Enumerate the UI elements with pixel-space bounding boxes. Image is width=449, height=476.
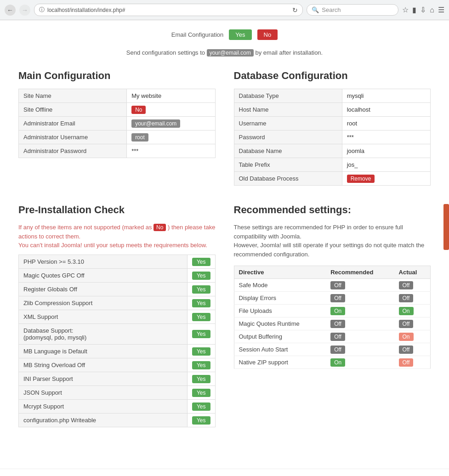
site-name-label: Site Name [19,89,127,103]
off-badge: Off [399,320,414,328]
search-icon: 🔍 [312,6,319,13]
site-offline-label: Site Offline [19,103,127,117]
db-type-value: mysqli [342,89,430,103]
check-label: PHP Version >= 5.3.10 [19,255,188,268]
table-row: Zlib Compression Support Yes [19,296,216,310]
actual-value: On [394,305,431,317]
check-status: Yes [187,296,215,310]
refresh-button[interactable]: ↻ [292,6,298,14]
actual-value: Off [394,317,431,330]
site-offline-badge: No [131,106,146,114]
table-row: JSON Support Yes [19,385,216,399]
directive-label: Session Auto Start [234,343,326,356]
on-badge: On [399,307,414,315]
recommended-value: On [326,356,394,369]
bottom-nav: ← Previous → Install [0,469,449,476]
check-status: Yes [187,399,215,413]
table-row: Old Database Process Remove [234,172,431,186]
table-row: Display Errors Off Off [234,292,431,305]
admin-username-label: Administrator Username [19,130,127,144]
check-status: Yes [187,255,215,268]
yes-badge: Yes [192,416,210,425]
table-row: Administrator Email your@email.com [19,117,216,130]
table-row: Output Buffering Off On [234,330,431,343]
yes-badge: Yes [192,272,210,280]
table-row: Site Offline No [19,103,216,117]
table-row: INI Parser Support Yes [19,372,216,385]
table-row: Host Name localhost [234,103,431,117]
table-row: PHP Version >= 5.3.10 Yes [19,255,216,268]
off-badge: Off [330,294,345,302]
yes-badge: Yes [192,375,210,383]
email-config-label: Email Configuration [171,31,223,38]
check-label: Zlib Compression Support [19,296,188,310]
search-bar[interactable]: 🔍 Search [307,4,398,16]
recommended-value: Off [326,317,394,330]
url-text: localhost/installation/index.php# [47,7,290,13]
yes-badge: Yes [192,285,210,294]
menu-icon[interactable]: ☰ [438,6,444,14]
off-badge: Off [399,281,414,289]
forward-button[interactable]: → [19,5,30,16]
recommended-table: Directive Recommended Actual Safe Mode O… [234,266,431,369]
check-status: Yes [187,310,215,323]
actual-value: Off [394,292,431,305]
table-row: Username root [234,117,431,130]
recommended-description: These settings are recommended for PHP i… [234,223,431,259]
off-badge: Off [330,333,345,341]
check-columns: Pre-Installation Check If any of these i… [18,204,431,441]
actual-value: Off [394,343,431,356]
db-config-table: Database Type mysqli Host Name localhost… [234,89,431,186]
table-row: Magic Quotes GPC Off Yes [19,268,216,282]
host-name-value: localhost [342,103,430,117]
on-badge: On [330,307,345,315]
email-yes-button[interactable]: Yes [229,29,251,40]
yes-badge: Yes [192,402,210,411]
admin-email-label: Administrator Email [19,117,127,130]
yes-badge: Yes [192,330,210,338]
check-label: JSON Support [19,385,188,399]
address-bar[interactable]: ⓘ localhost/installation/index.php# ↻ [34,4,303,16]
email-desc-post: by email after installation. [256,49,323,56]
actual-value: Off [394,356,431,369]
star-icon[interactable]: ☆ [402,6,409,14]
table-row: Safe Mode Off Off [234,279,431,292]
table-row: Magic Quotes Runtime Off Off [234,317,431,330]
directive-label: Safe Mode [234,279,326,292]
host-name-label: Host Name [234,103,342,117]
password-value: *** [342,130,430,144]
table-row: Database Type mysqli [234,89,431,103]
db-config-title: Database Configuration [234,70,431,82]
check-status: Yes [187,385,215,399]
table-row: Session Auto Start Off Off [234,343,431,356]
directive-label: Output Buffering [234,330,326,343]
table-row: MB Language is Default Yes [19,344,216,358]
scroll-indicator [443,204,449,250]
off-badge: Off [330,320,345,328]
recommended-value: On [326,305,394,317]
table-row: XML Support Yes [19,310,216,323]
recommended-value: Off [326,292,394,305]
back-button[interactable]: ← [5,5,16,16]
directive-label: Display Errors [234,292,326,305]
db-name-value: joomla [342,144,430,158]
search-placeholder: Search [322,6,341,13]
check-status: Yes [187,268,215,282]
email-no-button[interactable]: No [257,29,278,40]
rec-desc-1: These settings are recommended for PHP i… [234,224,403,240]
recommended-title: Recommended settings: [234,204,431,216]
home-icon[interactable]: ⌂ [430,6,434,14]
check-label: Mcrypt Support [19,399,188,413]
check-status: Yes [187,344,215,358]
actual-value: On [394,330,431,343]
db-type-label: Database Type [234,89,342,103]
check-label: configuration.php Writeable [19,413,188,427]
admin-username-value: root [127,130,215,144]
check-status: Yes [187,358,215,372]
off-badge: Off [330,281,345,289]
download-icon[interactable]: ⇩ [420,6,426,14]
yes-badge: Yes [192,361,210,369]
account-icon[interactable]: ▮ [412,6,416,14]
off-badge: Off [399,294,414,302]
check-label: XML Support [19,310,188,323]
